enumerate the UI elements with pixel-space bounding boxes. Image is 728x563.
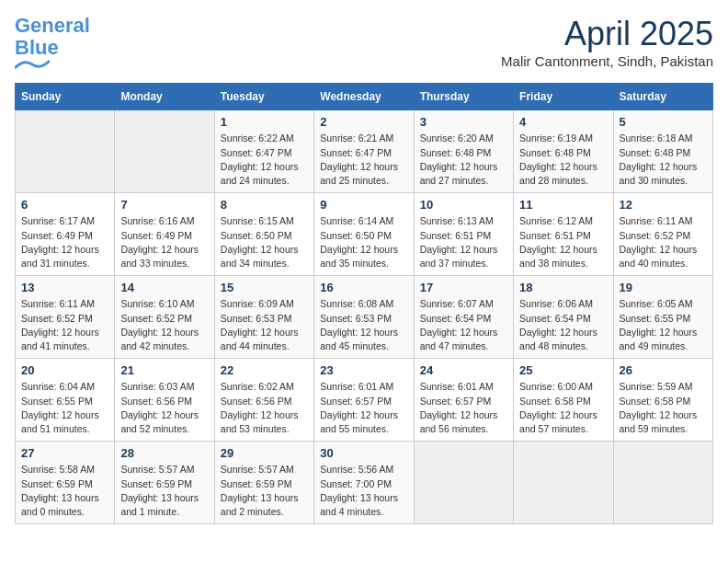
day-info: Sunrise: 6:06 AMSunset: 6:54 PMDaylight:…	[519, 297, 607, 353]
calendar-cell: 9Sunrise: 6:14 AMSunset: 6:50 PMDaylight…	[314, 193, 414, 276]
col-monday: Monday	[115, 84, 214, 110]
day-number: 30	[320, 446, 407, 460]
day-number: 1	[221, 115, 308, 129]
calendar-cell: 10Sunrise: 6:13 AMSunset: 6:51 PMDayligh…	[414, 193, 513, 276]
calendar-cell: 22Sunrise: 6:02 AMSunset: 6:56 PMDayligh…	[214, 359, 313, 442]
day-info: Sunrise: 6:22 AMSunset: 6:47 PMDaylight:…	[221, 132, 308, 188]
day-info: Sunrise: 5:59 AMSunset: 6:58 PMDaylight:…	[620, 380, 707, 436]
day-number: 8	[221, 198, 308, 212]
calendar-cell: 16Sunrise: 6:08 AMSunset: 6:53 PMDayligh…	[314, 276, 414, 359]
week-row-4: 20Sunrise: 6:04 AMSunset: 6:55 PMDayligh…	[16, 359, 713, 442]
day-info: Sunrise: 6:00 AMSunset: 6:58 PMDaylight:…	[519, 380, 607, 436]
day-info: Sunrise: 6:03 AMSunset: 6:56 PMDaylight:…	[120, 380, 208, 436]
calendar-cell: 20Sunrise: 6:04 AMSunset: 6:55 PMDayligh…	[16, 359, 115, 442]
day-number: 14	[120, 281, 208, 294]
day-info: Sunrise: 5:58 AMSunset: 6:59 PMDaylight:…	[21, 463, 108, 519]
calendar-cell: 5Sunrise: 6:18 AMSunset: 6:48 PMDaylight…	[613, 110, 712, 193]
calendar-cell: 17Sunrise: 6:07 AMSunset: 6:54 PMDayligh…	[414, 276, 513, 359]
calendar-cell: 29Sunrise: 5:57 AMSunset: 6:59 PMDayligh…	[214, 442, 313, 524]
day-number: 22	[221, 363, 308, 377]
day-info: Sunrise: 6:13 AMSunset: 6:51 PMDaylight:…	[420, 214, 507, 270]
calendar-cell: 25Sunrise: 6:00 AMSunset: 6:58 PMDayligh…	[514, 359, 613, 442]
day-info: Sunrise: 6:04 AMSunset: 6:55 PMDaylight:…	[21, 380, 108, 436]
day-number: 10	[420, 198, 507, 212]
day-number: 6	[21, 198, 108, 212]
page-header: General Blue April 2025 Malir Cantonment…	[15, 15, 713, 72]
col-saturday: Saturday	[613, 84, 712, 110]
day-number: 4	[519, 115, 607, 129]
day-number: 12	[620, 198, 707, 212]
day-number: 16	[320, 281, 407, 294]
day-info: Sunrise: 6:10 AMSunset: 6:52 PMDaylight:…	[120, 297, 208, 353]
day-number: 5	[620, 115, 707, 129]
day-number: 13	[21, 281, 108, 294]
day-info: Sunrise: 6:17 AMSunset: 6:49 PMDaylight:…	[21, 214, 108, 270]
header-row: Sunday Monday Tuesday Wednesday Thursday…	[16, 84, 713, 110]
logo-blue: Blue	[15, 36, 59, 59]
day-info: Sunrise: 6:01 AMSunset: 6:57 PMDaylight:…	[320, 380, 407, 436]
calendar-cell: 24Sunrise: 6:01 AMSunset: 6:57 PMDayligh…	[414, 359, 513, 442]
day-number: 20	[21, 363, 108, 377]
day-info: Sunrise: 6:02 AMSunset: 6:56 PMDaylight:…	[221, 380, 308, 436]
calendar-cell: 6Sunrise: 6:17 AMSunset: 6:49 PMDaylight…	[16, 193, 115, 276]
calendar-cell: 4Sunrise: 6:19 AMSunset: 6:48 PMDaylight…	[514, 110, 613, 193]
day-number: 21	[120, 363, 208, 377]
day-info: Sunrise: 6:07 AMSunset: 6:54 PMDaylight:…	[420, 297, 507, 353]
day-info: Sunrise: 6:12 AMSunset: 6:51 PMDaylight:…	[519, 214, 607, 270]
day-number: 26	[620, 363, 707, 377]
col-wednesday: Wednesday	[314, 84, 414, 110]
day-info: Sunrise: 6:14 AMSunset: 6:50 PMDaylight:…	[320, 214, 407, 270]
calendar-cell: 1Sunrise: 6:22 AMSunset: 6:47 PMDaylight…	[214, 110, 313, 193]
logo-text: General Blue	[15, 15, 90, 59]
day-number: 29	[221, 446, 308, 460]
calendar-table: Sunday Monday Tuesday Wednesday Thursday…	[15, 83, 713, 524]
day-info: Sunrise: 5:56 AMSunset: 7:00 PMDaylight:…	[320, 463, 407, 519]
day-info: Sunrise: 6:11 AMSunset: 6:52 PMDaylight:…	[21, 297, 108, 353]
calendar-cell	[613, 442, 712, 524]
day-info: Sunrise: 6:18 AMSunset: 6:48 PMDaylight:…	[620, 132, 707, 188]
calendar-cell: 13Sunrise: 6:11 AMSunset: 6:52 PMDayligh…	[16, 276, 115, 359]
calendar-cell: 27Sunrise: 5:58 AMSunset: 6:59 PMDayligh…	[16, 442, 115, 524]
col-tuesday: Tuesday	[214, 84, 313, 110]
day-info: Sunrise: 6:20 AMSunset: 6:48 PMDaylight:…	[420, 132, 507, 188]
day-number: 18	[519, 281, 607, 294]
month-title: April 2025	[501, 15, 713, 53]
logo-general: General	[15, 14, 90, 37]
calendar-cell: 7Sunrise: 6:16 AMSunset: 6:49 PMDaylight…	[115, 193, 214, 276]
calendar-cell	[414, 442, 513, 524]
calendar-cell: 21Sunrise: 6:03 AMSunset: 6:56 PMDayligh…	[115, 359, 214, 442]
day-info: Sunrise: 6:19 AMSunset: 6:48 PMDaylight:…	[519, 132, 607, 188]
calendar-cell: 12Sunrise: 6:11 AMSunset: 6:52 PMDayligh…	[613, 193, 712, 276]
week-row-1: 1Sunrise: 6:22 AMSunset: 6:47 PMDaylight…	[16, 110, 713, 193]
logo-wave-icon	[15, 57, 50, 72]
day-number: 7	[120, 198, 208, 212]
calendar-cell: 11Sunrise: 6:12 AMSunset: 6:51 PMDayligh…	[514, 193, 613, 276]
calendar-cell: 30Sunrise: 5:56 AMSunset: 7:00 PMDayligh…	[314, 442, 414, 524]
day-number: 15	[221, 281, 308, 294]
day-info: Sunrise: 6:21 AMSunset: 6:47 PMDaylight:…	[320, 132, 407, 188]
day-info: Sunrise: 6:08 AMSunset: 6:53 PMDaylight:…	[320, 297, 407, 353]
calendar-cell: 8Sunrise: 6:15 AMSunset: 6:50 PMDaylight…	[214, 193, 313, 276]
day-info: Sunrise: 5:57 AMSunset: 6:59 PMDaylight:…	[221, 463, 308, 519]
calendar-cell: 19Sunrise: 6:05 AMSunset: 6:55 PMDayligh…	[613, 276, 712, 359]
day-info: Sunrise: 6:16 AMSunset: 6:49 PMDaylight:…	[120, 214, 208, 270]
col-friday: Friday	[514, 84, 613, 110]
week-row-3: 13Sunrise: 6:11 AMSunset: 6:52 PMDayligh…	[16, 276, 713, 359]
day-info: Sunrise: 6:11 AMSunset: 6:52 PMDaylight:…	[620, 214, 707, 270]
col-thursday: Thursday	[414, 84, 513, 110]
logo: General Blue	[15, 15, 90, 72]
day-info: Sunrise: 6:01 AMSunset: 6:57 PMDaylight:…	[420, 380, 507, 436]
calendar-cell: 15Sunrise: 6:09 AMSunset: 6:53 PMDayligh…	[214, 276, 313, 359]
day-number: 28	[120, 446, 208, 460]
week-row-5: 27Sunrise: 5:58 AMSunset: 6:59 PMDayligh…	[16, 442, 713, 524]
day-number: 17	[420, 281, 507, 294]
day-number: 11	[519, 198, 607, 212]
day-info: Sunrise: 6:09 AMSunset: 6:53 PMDaylight:…	[221, 297, 308, 353]
day-number: 19	[620, 281, 707, 294]
day-info: Sunrise: 6:05 AMSunset: 6:55 PMDaylight:…	[620, 297, 707, 353]
day-info: Sunrise: 6:15 AMSunset: 6:50 PMDaylight:…	[221, 214, 308, 270]
calendar-cell: 2Sunrise: 6:21 AMSunset: 6:47 PMDaylight…	[314, 110, 414, 193]
calendar-cell	[115, 110, 214, 193]
day-number: 25	[519, 363, 607, 377]
week-row-2: 6Sunrise: 6:17 AMSunset: 6:49 PMDaylight…	[16, 193, 713, 276]
